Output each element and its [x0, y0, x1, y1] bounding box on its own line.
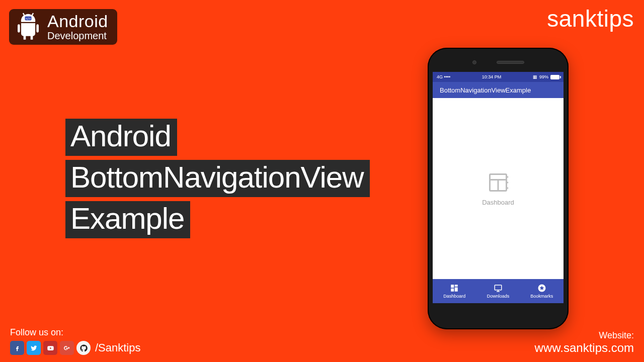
- status-time: 10:34 PM: [482, 74, 502, 79]
- phone-top-hardware: [433, 53, 564, 72]
- bookmarks-icon: [537, 284, 546, 293]
- website-block: Website: www.sanktips.com: [535, 330, 634, 355]
- nav-label-dashboard: Dashboard: [443, 294, 465, 299]
- android-dev-badge: </> Android Development: [9, 9, 117, 45]
- status-misc-icon: ▦: [533, 74, 537, 79]
- follow-block: Follow us on: /Sanktips: [10, 327, 141, 355]
- status-battery-pct: 99%: [539, 74, 548, 79]
- nav-item-downloads[interactable]: Downloads: [476, 279, 520, 303]
- brand-light: sank: [547, 6, 597, 32]
- battery-icon: [550, 75, 559, 79]
- page-title: Android BottomNavigationView Example: [65, 119, 370, 238]
- nav-item-bookmarks[interactable]: Bookmarks: [520, 279, 564, 303]
- website-label: Website:: [535, 330, 634, 341]
- googleplus-icon[interactable]: [60, 341, 74, 355]
- content-label: Dashboard: [482, 199, 514, 206]
- screen-content: Dashboard: [433, 98, 564, 279]
- status-net-label: 4G: [437, 74, 443, 79]
- signal-dots-icon: ••••: [443, 74, 450, 79]
- website-url: www.sanktips.com: [535, 341, 634, 355]
- badge-subtitle: Development: [47, 31, 108, 41]
- android-robot-icon: </>: [14, 13, 42, 41]
- twitter-icon[interactable]: [27, 341, 41, 355]
- phone-screen: 4G •••• 10:34 PM ▦ 99% BottomNavigationV…: [433, 72, 564, 303]
- phone-speaker-slot-icon: [497, 61, 524, 64]
- status-right: ▦ 99%: [533, 74, 559, 79]
- site-brand: sanktips: [547, 5, 634, 32]
- phone-camera-dot-icon: [472, 60, 476, 64]
- badge-title: Android: [47, 13, 108, 31]
- dashboard-large-icon: [487, 171, 509, 194]
- nav-label-bookmarks: Bookmarks: [530, 294, 553, 299]
- downloads-icon: [494, 284, 503, 293]
- phone-bottom-hardware: [433, 303, 564, 324]
- nav-item-dashboard[interactable]: Dashboard: [433, 279, 476, 303]
- svg-text:</>: </>: [26, 17, 31, 20]
- social-handle: /Sanktips: [95, 341, 141, 354]
- phone-mockup: 4G •••• 10:34 PM ▦ 99% BottomNavigationV…: [428, 48, 569, 329]
- github-icon[interactable]: [76, 341, 91, 355]
- nav-label-downloads: Downloads: [487, 294, 510, 299]
- follow-label: Follow us on:: [10, 327, 141, 338]
- title-line-1: Android: [65, 119, 177, 156]
- dashboard-icon: [450, 284, 459, 293]
- status-network: 4G ••••: [437, 74, 450, 79]
- facebook-icon[interactable]: [10, 341, 24, 355]
- svg-rect-8: [495, 285, 502, 290]
- brand-bold: tips: [597, 6, 634, 32]
- app-bar-title: BottomNavigationViewExample: [440, 86, 531, 94]
- title-line-2: BottomNavigationView: [65, 160, 370, 197]
- bottom-navigation: Dashboard Downloads Bookmarks: [433, 279, 564, 303]
- title-line-3: Example: [65, 201, 190, 238]
- status-bar: 4G •••• 10:34 PM ▦ 99%: [433, 72, 564, 82]
- youtube-icon[interactable]: [43, 341, 57, 355]
- app-bar: BottomNavigationViewExample: [433, 82, 564, 98]
